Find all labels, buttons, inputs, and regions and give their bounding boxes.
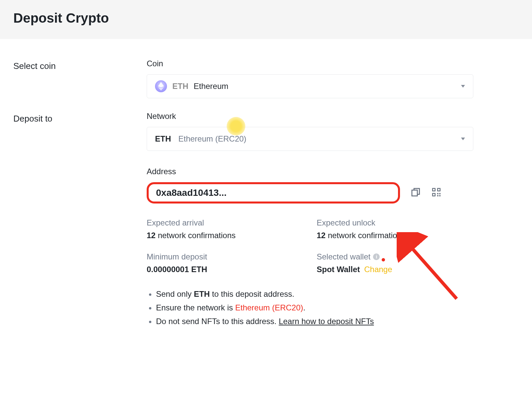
svg-rect-10 <box>439 193 441 195</box>
info-icon[interactable]: i <box>373 253 380 260</box>
deposit-notes: Send only ETH to this deposit address. E… <box>147 287 473 328</box>
selected-wallet-value: Spot Wallet <box>317 265 360 274</box>
network-field-label: Network <box>147 112 473 121</box>
network-highlight: Ethereum (ERC20) <box>235 303 303 312</box>
deposit-address-highlight: 0xa8aad10413... <box>147 182 400 204</box>
note-item-1: Send only ETH to this deposit address. <box>156 287 473 301</box>
expected-unlock: Expected unlock 12 network confirmations <box>317 218 473 240</box>
ethereum-icon <box>155 80 167 92</box>
coin-select[interactable]: ETH Ethereum <box>147 74 473 98</box>
expected-unlock-count: 12 <box>317 231 326 240</box>
network-symbol: ETH <box>155 134 171 144</box>
minimum-deposit: Minimum deposit 0.00000001 ETH <box>147 252 303 274</box>
expected-arrival-count: 12 <box>147 231 156 240</box>
select-coin-row: Select coin Coin ETH Ethereum <box>13 59 519 98</box>
svg-rect-2 <box>412 190 417 196</box>
svg-rect-9 <box>437 193 439 195</box>
minimum-deposit-value: 0.00000001 ETH <box>147 265 207 274</box>
network-select[interactable]: ETH Ethereum (ERC20) <box>147 127 473 151</box>
note-item-2: Ensure the network is Ethereum (ERC20). <box>156 301 473 315</box>
svg-rect-6 <box>438 189 440 191</box>
svg-rect-8 <box>433 194 435 196</box>
coin-symbol: ETH <box>172 82 188 91</box>
deposit-to-label: Deposit to <box>13 112 147 328</box>
page-header: Deposit Crypto <box>0 0 532 39</box>
expected-arrival: Expected arrival 12 network confirmation… <box>147 218 303 240</box>
coin-field-label: Coin <box>147 59 473 68</box>
network-name: Ethereum (ERC20) <box>178 134 246 144</box>
chevron-down-icon <box>461 138 465 140</box>
expected-unlock-label: Expected unlock <box>317 218 473 227</box>
expected-arrival-suffix: network confirmations <box>158 231 235 240</box>
content-area: Select coin Coin ETH Ethereum Deposit to… <box>0 39 532 355</box>
deposit-to-row: Deposit to Network ETH Ethereum (ERC20) … <box>13 112 519 328</box>
coin-name: Ethereum <box>194 82 228 91</box>
svg-marker-0 <box>158 82 164 88</box>
chevron-down-icon <box>461 85 465 88</box>
svg-rect-12 <box>439 195 441 197</box>
svg-rect-4 <box>433 189 435 191</box>
selected-wallet-label: Selected wallet <box>317 252 370 261</box>
deposit-address[interactable]: 0xa8aad10413... <box>156 188 227 198</box>
qr-icon[interactable] <box>431 187 441 199</box>
expected-unlock-suffix: network confirmations <box>328 231 405 240</box>
copy-icon[interactable] <box>411 187 421 199</box>
change-wallet-link[interactable]: Change <box>364 265 392 274</box>
selected-wallet: Selected wallet i Spot Wallet Change <box>317 252 473 274</box>
expected-arrival-label: Expected arrival <box>147 218 303 227</box>
select-coin-label: Select coin <box>13 59 147 98</box>
deposit-info-grid: Expected arrival 12 network confirmation… <box>147 218 473 274</box>
minimum-deposit-label: Minimum deposit <box>147 252 303 261</box>
address-field-label: Address <box>147 167 473 176</box>
learn-deposit-nfts-link[interactable]: Learn how to deposit NFTs <box>279 317 374 326</box>
svg-rect-11 <box>437 195 439 197</box>
note-item-3: Do not send NFTs to this address. Learn … <box>156 315 473 328</box>
page-title: Deposit Crypto <box>13 11 519 26</box>
